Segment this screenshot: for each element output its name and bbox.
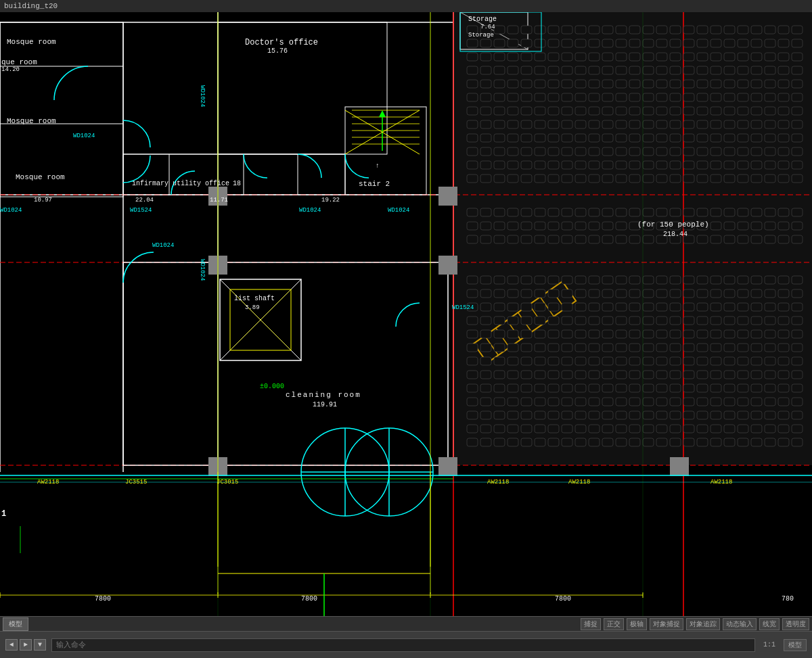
otrack-btn[interactable]: 对象追踪: [686, 618, 720, 630]
svg-rect-680: [508, 398, 518, 406]
svg-rect-392: [670, 208, 681, 216]
svg-rect-290: [643, 134, 654, 142]
svg-rect-295: [710, 134, 721, 142]
svg-rect-749: [765, 425, 775, 433]
svg-rect-539: [629, 316, 640, 325]
svg-rect-52: [670, 457, 689, 476]
svg-rect-639: [629, 371, 640, 379]
ortho-btn[interactable]: 正交: [604, 618, 624, 630]
svg-rect-459: [562, 276, 572, 284]
svg-rect-166: [656, 66, 667, 74]
svg-rect-677: [467, 398, 478, 406]
dyn-btn[interactable]: 动态输入: [723, 618, 757, 630]
svg-rect-98: [751, 26, 762, 34]
svg-rect-321: [724, 147, 735, 156]
svg-rect-355: [508, 174, 518, 183]
svg-rect-301: [792, 134, 803, 142]
svg-rect-479: [494, 289, 505, 298]
svg-rect-241: [656, 107, 667, 115]
svg-rect-175: [778, 66, 789, 74]
svg-rect-246: [724, 107, 735, 115]
svg-rect-644: [697, 371, 708, 379]
svg-rect-765: [643, 438, 654, 446]
svg-rect-535: [575, 316, 586, 325]
model-tab[interactable]: 模型: [3, 617, 28, 631]
svg-rect-464: [629, 276, 640, 284]
svg-rect-693: [683, 398, 694, 406]
svg-rect-556: [521, 330, 532, 338]
svg-rect-180: [508, 80, 518, 88]
svg-rect-376: [792, 174, 803, 183]
svg-rect-587: [602, 344, 613, 352]
svg-rect-333: [548, 161, 559, 169]
svg-rect-346: [724, 161, 735, 169]
svg-rect-78: [480, 26, 491, 34]
svg-rect-383: [548, 208, 559, 216]
svg-rect-286: [589, 134, 600, 142]
svg-rect-215: [643, 93, 654, 101]
svg-rect-88: [616, 26, 627, 34]
svg-rect-129: [494, 53, 505, 61]
svg-rect-135: [575, 53, 586, 61]
svg-rect-467: [670, 276, 681, 284]
svg-rect-734: [562, 425, 572, 433]
svg-rect-236: [589, 107, 600, 115]
svg-rect-125: [778, 39, 789, 47]
nav-btn-2[interactable]: ►: [20, 639, 32, 651]
transp-btn[interactable]: 透明度: [782, 618, 809, 630]
svg-rect-168: [683, 66, 694, 74]
svg-rect-516: [656, 303, 667, 311]
command-input[interactable]: [51, 638, 755, 652]
svg-rect-520: [710, 303, 721, 311]
svg-rect-294: [697, 134, 708, 142]
svg-rect-531: [521, 316, 532, 325]
svg-rect-408: [548, 222, 559, 230]
svg-rect-189: [629, 80, 640, 88]
svg-rect-416: [656, 222, 667, 230]
svg-rect-451: [792, 235, 803, 243]
svg-rect-192: [670, 80, 681, 88]
svg-rect-95: [710, 26, 721, 34]
nav-btn-1[interactable]: ◄: [5, 639, 18, 651]
svg-rect-728: [480, 425, 491, 433]
svg-rect-351: [792, 161, 803, 169]
svg-rect-132: [535, 53, 545, 61]
svg-rect-523: [751, 303, 762, 311]
svg-rect-96: [724, 26, 735, 34]
svg-rect-465: [643, 276, 654, 284]
svg-rect-280: [508, 134, 518, 142]
svg-rect-397: [738, 208, 748, 216]
svg-rect-533: [548, 316, 559, 325]
svg-rect-278: [480, 134, 491, 142]
svg-rect-252: [467, 120, 478, 128]
svg-rect-322: [738, 147, 748, 156]
svg-rect-224: [765, 93, 775, 101]
svg-rect-724: [765, 411, 775, 419]
svg-rect-576: [792, 330, 803, 338]
svg-rect-374: [765, 174, 775, 183]
svg-rect-291: [656, 134, 667, 142]
svg-rect-632: [535, 371, 545, 379]
lw-btn[interactable]: 线宽: [759, 618, 780, 630]
snap-btn[interactable]: 捕捉: [581, 618, 601, 630]
polar-btn[interactable]: 极轴: [627, 618, 647, 630]
svg-rect-454: [494, 276, 505, 284]
svg-rect-274: [765, 120, 775, 128]
svg-rect-206: [521, 93, 532, 101]
svg-rect-213: [616, 93, 627, 101]
svg-rect-629: [494, 371, 505, 379]
nav-btn-3[interactable]: ▼: [34, 639, 46, 651]
svg-rect-602: [467, 357, 478, 365]
svg-rect-494: [697, 289, 708, 298]
svg-rect-741: [656, 425, 667, 433]
svg-rect-356: [521, 174, 532, 183]
svg-rect-284: [562, 134, 572, 142]
svg-rect-299: [765, 134, 775, 142]
svg-rect-87: [602, 26, 613, 34]
svg-rect-242: [670, 107, 681, 115]
svg-rect-766: [656, 438, 667, 446]
svg-rect-152: [467, 66, 478, 74]
svg-rect-411: [589, 222, 600, 230]
svg-rect-528: [480, 316, 491, 325]
osnap-btn[interactable]: 对象捕捉: [650, 618, 683, 630]
